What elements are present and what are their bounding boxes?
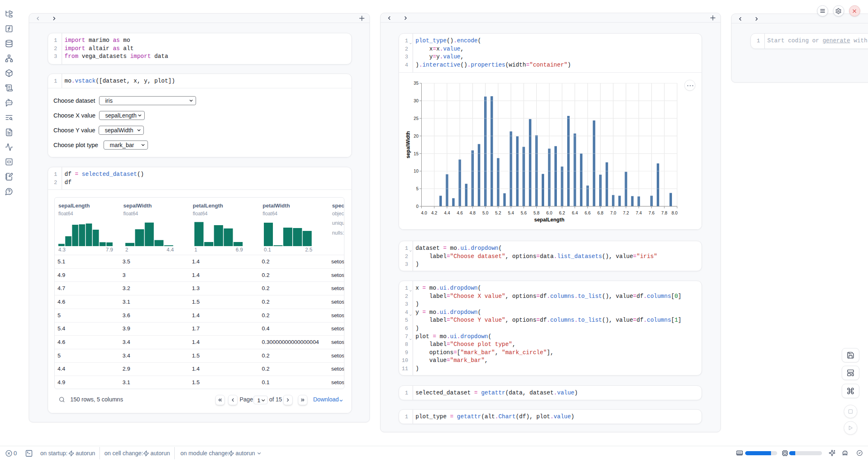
svg-text:5: 5 [416, 186, 418, 191]
svg-text:30: 30 [414, 98, 419, 103]
svg-text:4.0: 4.0 [421, 210, 427, 215]
svg-text:6.2: 6.2 [559, 210, 565, 215]
svg-text:8.0: 8.0 [672, 210, 678, 215]
svg-text:6.4: 6.4 [572, 210, 578, 215]
svg-text:5.0: 5.0 [482, 210, 489, 215]
svg-text:5.8: 5.8 [533, 210, 540, 215]
svg-text:sepalWidth: sepalWidth [405, 131, 411, 159]
svg-text:4.6: 4.6 [457, 210, 463, 215]
svg-text:6.8: 6.8 [598, 210, 604, 215]
svg-text:10: 10 [414, 168, 419, 173]
svg-text:7.2: 7.2 [623, 210, 629, 215]
svg-text:4.2: 4.2 [431, 210, 437, 215]
svg-text:7.6: 7.6 [649, 210, 655, 215]
svg-text:4.4: 4.4 [444, 210, 450, 215]
svg-text:25: 25 [414, 116, 419, 121]
svg-text:4.8: 4.8 [470, 210, 476, 215]
svg-text:7.4: 7.4 [636, 210, 642, 215]
svg-text:sepalLength: sepalLength [534, 217, 565, 223]
svg-text:20: 20 [414, 134, 419, 138]
svg-text:15: 15 [414, 151, 419, 156]
svg-text:6.0: 6.0 [546, 210, 552, 215]
svg-text:7.8: 7.8 [661, 210, 667, 215]
svg-text:5.6: 5.6 [521, 210, 527, 215]
svg-text:0: 0 [416, 204, 418, 209]
svg-text:5.2: 5.2 [495, 210, 501, 215]
svg-text:7.0: 7.0 [610, 210, 616, 215]
svg-text:35: 35 [414, 81, 419, 85]
svg-text:5.4: 5.4 [508, 210, 514, 215]
svg-text:6.6: 6.6 [584, 210, 591, 215]
